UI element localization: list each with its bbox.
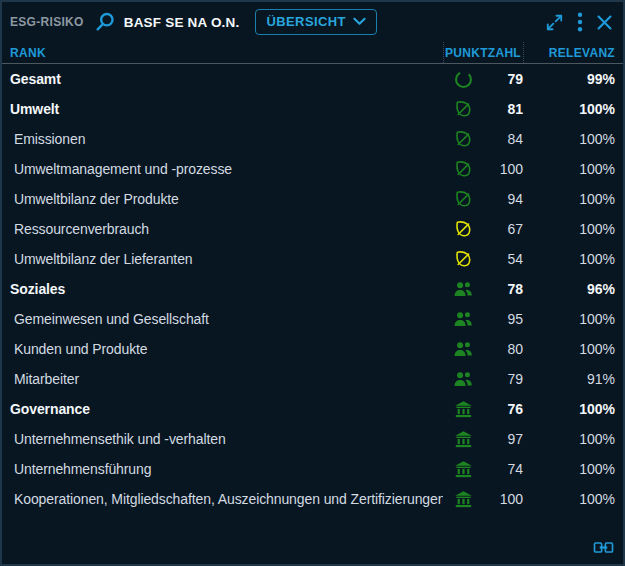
- table-row[interactable]: Gesamt 79 99%: [2, 64, 623, 94]
- bank-icon: [453, 489, 474, 509]
- row-relevance: 100%: [523, 101, 615, 117]
- row-label: Umweltbilanz der Produkte: [2, 191, 443, 207]
- row-score: 81: [483, 101, 523, 117]
- row-category-icon: [443, 489, 483, 509]
- table-row[interactable]: Umweltbilanz der Lieferanten 54 100%: [2, 244, 623, 274]
- row-relevance: 100%: [523, 431, 615, 447]
- table-row[interactable]: Unternehmensführung 74 100%: [2, 454, 623, 484]
- row-score: 100: [483, 491, 523, 507]
- leaf-icon: [453, 249, 473, 269]
- row-category-icon: [443, 249, 483, 269]
- leaf-icon: [453, 99, 473, 119]
- table-row[interactable]: Ressourcenverbrauch 67 100%: [2, 214, 623, 244]
- search-icon[interactable]: [94, 11, 116, 33]
- instrument-name[interactable]: BASF SE NA O.N.: [124, 15, 240, 30]
- table-row[interactable]: Mitarbeiter 79 91%: [2, 364, 623, 394]
- view-selector-button[interactable]: ÜBERSICHT: [255, 9, 376, 35]
- row-score: 79: [483, 371, 523, 387]
- table-row[interactable]: Umwelt 81 100%: [2, 94, 623, 124]
- table-row[interactable]: Emissionen 84 100%: [2, 124, 623, 154]
- row-category-icon: [443, 339, 483, 359]
- row-relevance: 99%: [523, 71, 615, 87]
- row-category-icon: [443, 69, 483, 90]
- row-relevance: 100%: [523, 131, 615, 147]
- row-relevance: 100%: [523, 341, 615, 357]
- row-label: Gesamt: [2, 71, 443, 87]
- row-category-icon: [443, 189, 483, 209]
- row-category-icon: [443, 369, 483, 389]
- topbar-actions: [545, 12, 613, 32]
- row-label: Umwelt: [2, 101, 443, 117]
- row-label: Umweltmanagement und -prozesse: [2, 161, 443, 177]
- table-row[interactable]: Soziales 78 96%: [2, 274, 623, 304]
- widget-topbar: ESG-RISIKO BASF SE NA O.N. ÜBERSICHT: [2, 2, 623, 42]
- leaf-icon: [453, 189, 473, 209]
- row-relevance: 100%: [523, 491, 615, 507]
- row-label: Kunden und Produkte: [2, 341, 443, 357]
- row-label: Mitarbeiter: [2, 371, 443, 387]
- row-category-icon: [443, 459, 483, 479]
- row-score: 100: [483, 161, 523, 177]
- row-label: Ressourcenverbrauch: [2, 221, 443, 237]
- row-relevance: 100%: [523, 401, 615, 417]
- row-category-icon: [443, 219, 483, 239]
- people-icon: [452, 309, 474, 329]
- expand-icon[interactable]: [545, 13, 564, 32]
- esg-rank-table: Gesamt 79 99% Umwelt 81 100% Emissionen: [2, 64, 623, 514]
- people-icon: [452, 369, 474, 389]
- row-relevance: 91%: [523, 371, 615, 387]
- widget-title: ESG-RISIKO: [10, 15, 84, 29]
- row-label: Governance: [2, 401, 443, 417]
- row-score: 54: [483, 251, 523, 267]
- leaf-icon: [453, 219, 473, 239]
- row-category-icon: [443, 309, 483, 329]
- table-row[interactable]: Umweltbilanz der Produkte 94 100%: [2, 184, 623, 214]
- row-relevance: 100%: [523, 251, 615, 267]
- table-row[interactable]: Governance 76 100%: [2, 394, 623, 424]
- row-category-icon: [443, 129, 483, 149]
- bank-icon: [453, 459, 474, 479]
- row-label: Kooperationen, Mitgliedschaften, Auszeic…: [2, 491, 443, 507]
- row-score: 97: [483, 431, 523, 447]
- row-label: Umweltbilanz der Lieferanten: [2, 251, 443, 267]
- view-selector-label: ÜBERSICHT: [266, 14, 345, 29]
- table-row[interactable]: Gemeinwesen und Gesellschaft 95 100%: [2, 304, 623, 334]
- column-header-punktzahl: PUNKTZAHL: [443, 42, 523, 63]
- row-score: 78: [483, 281, 523, 297]
- row-label: Gemeinwesen und Gesellschaft: [2, 311, 443, 327]
- row-category-icon: [443, 159, 483, 179]
- row-score: 95: [483, 311, 523, 327]
- column-header-relevanz: RELEVANZ: [523, 42, 615, 63]
- row-label: Unternehmensführung: [2, 461, 443, 477]
- chevron-down-icon: [353, 17, 366, 26]
- row-label: Soziales: [2, 281, 443, 297]
- table-row[interactable]: Unternehmensethik und -verhalten 97 100%: [2, 424, 623, 454]
- table-header: RANK PUNKTZAHL RELEVANZ: [2, 42, 623, 64]
- row-relevance: 96%: [523, 281, 615, 297]
- row-category-icon: [443, 429, 483, 449]
- people-icon: [452, 339, 474, 359]
- row-relevance: 100%: [523, 161, 615, 177]
- row-category-icon: [443, 99, 483, 119]
- gauge-icon: [453, 69, 474, 90]
- row-score: 94: [483, 191, 523, 207]
- table-row[interactable]: Umweltmanagement und -prozesse 100 100%: [2, 154, 623, 184]
- leaf-icon: [453, 129, 473, 149]
- bank-icon: [453, 429, 474, 449]
- table-row[interactable]: Kooperationen, Mitgliedschaften, Auszeic…: [2, 484, 623, 514]
- leaf-icon: [453, 159, 473, 179]
- link-windows-icon[interactable]: [593, 541, 614, 554]
- row-category-icon: [443, 279, 483, 299]
- table-row[interactable]: Kunden und Produkte 80 100%: [2, 334, 623, 364]
- kebab-menu-icon[interactable]: [577, 12, 583, 32]
- people-icon: [452, 279, 474, 299]
- column-header-rank: RANK: [2, 46, 443, 60]
- row-score: 67: [483, 221, 523, 237]
- row-relevance: 100%: [523, 311, 615, 327]
- row-score: 84: [483, 131, 523, 147]
- close-icon[interactable]: [596, 14, 613, 31]
- row-score: 76: [483, 401, 523, 417]
- row-category-icon: [443, 399, 483, 419]
- row-relevance: 100%: [523, 191, 615, 207]
- row-label: Emissionen: [2, 131, 443, 147]
